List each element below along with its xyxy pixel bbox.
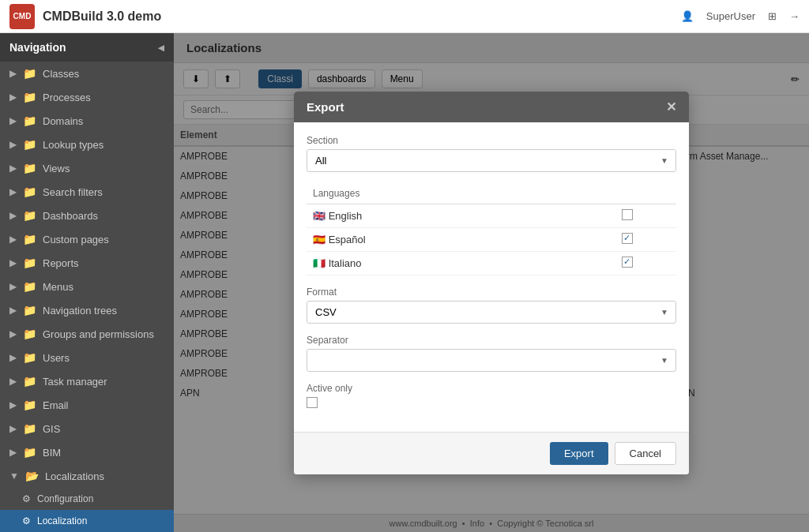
folder-icon: 📁 bbox=[23, 138, 36, 151]
sidebar-item-lookup-types[interactable]: ▶ 📁 Lookup types bbox=[0, 133, 174, 156]
languages-col-header: Languages bbox=[307, 183, 578, 204]
sidebar-subitem-localization[interactable]: ⚙ Localization bbox=[0, 510, 174, 532]
expand-icon: ▶ bbox=[9, 281, 17, 292]
expand-icon: ▶ bbox=[9, 68, 17, 79]
format-label: Format bbox=[307, 287, 676, 298]
sidebar-item-users[interactable]: ▶ 📁 Users bbox=[0, 346, 174, 369]
expand-icon: ▶ bbox=[9, 115, 17, 126]
main-layout: Navigation ◀ ▶ 📁 Classes ▶ 📁 Processes ▶… bbox=[0, 33, 809, 532]
sidebar-collapse-icon[interactable]: ◀ bbox=[158, 43, 164, 52]
gear-icon: ⚙ bbox=[22, 515, 31, 526]
section-select[interactable]: All Classes Processes Domains bbox=[307, 149, 676, 172]
sidebar-item-search-filters[interactable]: ▶ 📁 Search filters bbox=[0, 180, 174, 204]
sidebar-item-label: Users bbox=[43, 352, 70, 364]
language-espanol-label: 🇪🇸 Español bbox=[307, 227, 578, 251]
expand-icon: ▶ bbox=[9, 447, 17, 458]
folder-icon: 📁 bbox=[23, 91, 36, 103]
logo: CMD bbox=[9, 4, 35, 29]
topbar: CMD CMDBuild 3.0 demo 👤 SuperUser ⊞ → bbox=[0, 0, 809, 33]
sidebar-subitem-configuration[interactable]: ⚙ Configuration bbox=[0, 488, 174, 510]
expand-icon: ▶ bbox=[9, 328, 17, 339]
expand-icon: ▶ bbox=[9, 210, 17, 221]
expand-icon: ▶ bbox=[9, 92, 17, 103]
language-italiano-checkbox[interactable] bbox=[622, 257, 633, 268]
language-row-english: 🇬🇧 English bbox=[307, 204, 676, 227]
expand-icon: ▶ bbox=[9, 139, 17, 150]
logo-text: CMD bbox=[13, 12, 32, 21]
language-row-italiano: 🇮🇹 Italiano bbox=[307, 251, 676, 275]
modal-title: Export bbox=[307, 100, 344, 114]
user-icon: 👤 bbox=[681, 10, 694, 22]
sidebar-item-bim[interactable]: ▶ 📁 BIM bbox=[0, 440, 174, 464]
active-only-checkbox[interactable] bbox=[307, 397, 318, 408]
sidebar-item-label: Localization bbox=[37, 515, 87, 526]
sidebar-item-localizations[interactable]: ▼ 📂 Localizations bbox=[0, 464, 174, 488]
folder-open-icon: 📂 bbox=[25, 470, 39, 482]
sidebar-item-menus[interactable]: ▶ 📁 Menus bbox=[0, 275, 174, 298]
language-english-label: 🇬🇧 English bbox=[307, 204, 578, 227]
sidebar-item-label: Processes bbox=[43, 92, 91, 103]
username[interactable]: SuperUser bbox=[706, 10, 755, 22]
language-espanol-checkbox[interactable] bbox=[622, 233, 633, 244]
grid-icon[interactable]: ⊞ bbox=[768, 10, 777, 22]
expand-icon: ▼ bbox=[9, 470, 19, 481]
separator-select[interactable]: Comma Semicolon Tab bbox=[307, 349, 676, 372]
cancel-button[interactable]: Cancel bbox=[615, 442, 676, 465]
sidebar-item-email[interactable]: ▶ 📁 Email bbox=[0, 393, 174, 417]
sidebar-item-groups-permissions[interactable]: ▶ 📁 Groups and permissions bbox=[0, 322, 174, 346]
modal-footer: Export Cancel bbox=[294, 432, 689, 474]
folder-icon: 📁 bbox=[23, 162, 36, 174]
modal-body: Section All Classes Processes Domains bbox=[294, 122, 689, 432]
logo-icon: CMD bbox=[9, 4, 35, 29]
sidebar-item-custom-pages[interactable]: ▶ 📁 Custom pages bbox=[0, 227, 174, 251]
language-english-checkbox[interactable] bbox=[622, 209, 633, 220]
sidebar-item-label: Views bbox=[43, 163, 70, 174]
folder-icon: 📁 bbox=[23, 446, 36, 459]
languages-table: Languages 🇬🇧 English bbox=[307, 183, 676, 275]
expand-icon: ▶ bbox=[9, 305, 17, 316]
modal-close-button[interactable]: ✕ bbox=[666, 99, 676, 114]
expand-icon: ▶ bbox=[9, 163, 17, 174]
sidebar-item-gis[interactable]: ▶ 📁 GIS bbox=[0, 417, 174, 440]
logout-icon[interactable]: → bbox=[789, 10, 800, 22]
sidebar-item-label: Lookup types bbox=[43, 139, 103, 151]
section-group: Section All Classes Processes Domains bbox=[307, 135, 676, 172]
topbar-left: CMD CMDBuild 3.0 demo bbox=[9, 4, 161, 29]
languages-checkbox-col bbox=[578, 183, 676, 204]
expand-icon: ▶ bbox=[9, 423, 17, 434]
format-select[interactable]: CSV Excel bbox=[307, 301, 676, 324]
sidebar-item-processes[interactable]: ▶ 📁 Processes bbox=[0, 85, 174, 109]
folder-icon: 📁 bbox=[23, 257, 36, 269]
active-only-group: Active only bbox=[307, 383, 676, 408]
language-row-espanol: 🇪🇸 Español bbox=[307, 227, 676, 251]
sidebar-item-classes[interactable]: ▶ 📁 Classes bbox=[0, 62, 174, 85]
sidebar-item-views[interactable]: ▶ 📁 Views bbox=[0, 156, 174, 180]
folder-icon: 📁 bbox=[23, 304, 36, 317]
export-button[interactable]: Export bbox=[550, 442, 608, 465]
sidebar-item-dashboards[interactable]: ▶ 📁 Dashboards bbox=[0, 204, 174, 227]
modal-overlay: Export ✕ Section All Classes Processes D… bbox=[174, 33, 809, 532]
topbar-right: 👤 SuperUser ⊞ → bbox=[681, 10, 800, 22]
sidebar-item-task-manager[interactable]: ▶ 📁 Task manager bbox=[0, 369, 174, 393]
folder-icon: 📁 bbox=[23, 114, 36, 127]
sidebar-item-label: Task manager bbox=[43, 376, 107, 388]
folder-icon: 📁 bbox=[23, 280, 36, 293]
language-english-checkbox-cell bbox=[578, 204, 676, 227]
gear-icon: ⚙ bbox=[22, 493, 31, 504]
sidebar-item-navigation-trees[interactable]: ▶ 📁 Navigation trees bbox=[0, 298, 174, 322]
sidebar-item-domains[interactable]: ▶ 📁 Domains bbox=[0, 109, 174, 133]
folder-icon: 📁 bbox=[23, 67, 36, 80]
language-espanol-checkbox-cell bbox=[578, 227, 676, 251]
export-modal: Export ✕ Section All Classes Processes D… bbox=[294, 92, 689, 474]
sidebar-header: Navigation ◀ bbox=[0, 33, 174, 62]
folder-icon: 📁 bbox=[23, 399, 36, 411]
languages-group: Languages 🇬🇧 English bbox=[307, 183, 676, 275]
sidebar-item-label: Configuration bbox=[37, 493, 93, 504]
active-only-label: Active only bbox=[307, 383, 676, 394]
section-label: Section bbox=[307, 135, 676, 146]
content-area: Localizations ⬇ ⬆ Classi dashboards Menu… bbox=[174, 33, 809, 532]
sidebar-item-reports[interactable]: ▶ 📁 Reports bbox=[0, 251, 174, 275]
sidebar-item-label: Localizations bbox=[45, 470, 104, 482]
format-group: Format CSV Excel bbox=[307, 287, 676, 324]
separator-select-wrapper: Comma Semicolon Tab bbox=[307, 349, 676, 372]
